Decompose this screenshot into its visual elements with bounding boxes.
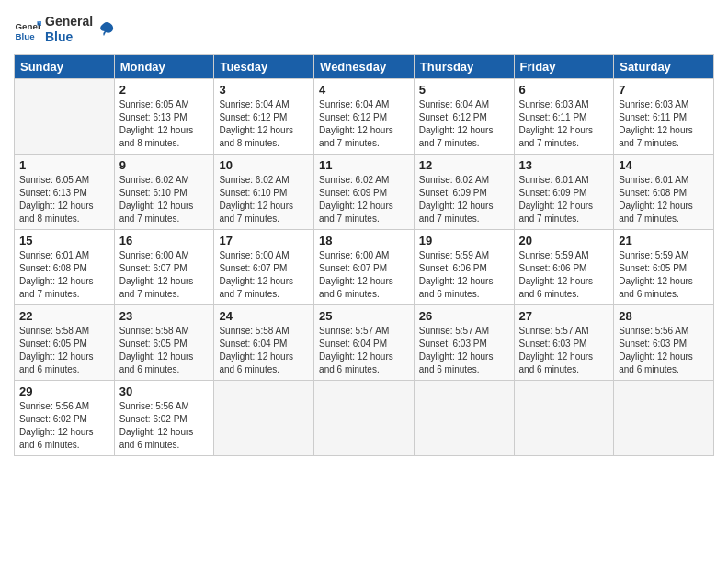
day-info: Sunrise: 5:57 AM Sunset: 6:04 PM Dayligh… (319, 325, 409, 376)
day-info: Sunrise: 5:58 AM Sunset: 6:05 PM Dayligh… (19, 325, 109, 376)
day-info: Sunrise: 6:01 AM Sunset: 6:09 PM Dayligh… (519, 174, 609, 225)
calendar-cell: 11 Sunrise: 6:02 AM Sunset: 6:09 PM Dayl… (314, 154, 415, 229)
calendar-week-0: 2 Sunrise: 6:05 AM Sunset: 6:13 PM Dayli… (15, 78, 714, 154)
day-number: 26 (419, 309, 509, 323)
calendar-cell: 20 Sunrise: 5:59 AM Sunset: 6:06 PM Dayl… (514, 229, 614, 304)
day-info: Sunrise: 6:01 AM Sunset: 6:08 PM Dayligh… (19, 249, 109, 301)
day-number: 7 (619, 83, 709, 97)
day-number: 18 (319, 234, 409, 247)
weekday-tuesday: Tuesday (214, 54, 314, 78)
calendar-cell (514, 380, 614, 455)
calendar-cell: 21 Sunrise: 5:59 AM Sunset: 6:05 PM Dayl… (614, 229, 714, 304)
day-number: 24 (219, 309, 309, 323)
calendar-week-4: 29 Sunrise: 5:56 AM Sunset: 6:02 PM Dayl… (15, 380, 714, 455)
weekday-saturday: Saturday (614, 54, 714, 78)
page-header: General Blue General Blue (14, 14, 714, 45)
day-info: Sunrise: 6:04 AM Sunset: 6:12 PM Dayligh… (319, 98, 409, 150)
day-info: Sunrise: 6:05 AM Sunset: 6:13 PM Dayligh… (119, 98, 210, 150)
day-number: 21 (619, 234, 709, 247)
day-number: 11 (319, 158, 409, 172)
calendar-cell: 12 Sunrise: 6:02 AM Sunset: 6:09 PM Dayl… (414, 154, 514, 229)
day-number: 1 (19, 158, 109, 172)
day-info: Sunrise: 6:03 AM Sunset: 6:11 PM Dayligh… (619, 98, 709, 150)
weekday-header-row: SundayMondayTuesdayWednesdayThursdayFrid… (15, 54, 714, 78)
day-info: Sunrise: 6:02 AM Sunset: 6:09 PM Dayligh… (319, 174, 409, 225)
day-info: Sunrise: 6:02 AM Sunset: 6:09 PM Dayligh… (419, 174, 509, 225)
day-info: Sunrise: 5:59 AM Sunset: 6:06 PM Dayligh… (519, 249, 609, 301)
calendar-cell: 1 Sunrise: 6:05 AM Sunset: 6:13 PM Dayli… (15, 154, 115, 229)
day-info: Sunrise: 6:00 AM Sunset: 6:07 PM Dayligh… (319, 249, 409, 301)
calendar-cell (414, 380, 514, 455)
day-number: 25 (319, 309, 409, 323)
calendar-cell: 5 Sunrise: 6:04 AM Sunset: 6:12 PM Dayli… (414, 78, 514, 154)
calendar-cell: 25 Sunrise: 5:57 AM Sunset: 6:04 PM Dayl… (314, 304, 415, 380)
day-info: Sunrise: 6:04 AM Sunset: 6:12 PM Dayligh… (219, 98, 309, 150)
calendar-cell: 19 Sunrise: 5:59 AM Sunset: 6:06 PM Dayl… (414, 229, 514, 304)
day-info: Sunrise: 5:56 AM Sunset: 6:02 PM Dayligh… (119, 400, 210, 452)
day-number: 28 (619, 309, 709, 323)
day-info: Sunrise: 5:59 AM Sunset: 6:05 PM Dayligh… (619, 249, 709, 301)
calendar-cell: 18 Sunrise: 6:00 AM Sunset: 6:07 PM Dayl… (314, 229, 415, 304)
day-info: Sunrise: 6:02 AM Sunset: 6:10 PM Dayligh… (119, 174, 210, 225)
day-info: Sunrise: 6:00 AM Sunset: 6:07 PM Dayligh… (219, 249, 309, 301)
day-number: 17 (219, 234, 309, 247)
day-number: 29 (19, 385, 109, 398)
calendar-cell: 13 Sunrise: 6:01 AM Sunset: 6:09 PM Dayl… (514, 154, 614, 229)
logo-bird-icon (97, 19, 117, 40)
day-info: Sunrise: 6:03 AM Sunset: 6:11 PM Dayligh… (519, 98, 609, 150)
day-number: 16 (119, 234, 210, 247)
day-info: Sunrise: 6:01 AM Sunset: 6:08 PM Dayligh… (619, 174, 709, 225)
day-number: 12 (419, 158, 509, 172)
calendar-cell: 7 Sunrise: 6:03 AM Sunset: 6:11 PM Dayli… (614, 78, 714, 154)
calendar-table: SundayMondayTuesdayWednesdayThursdayFrid… (14, 54, 714, 456)
calendar-body: 2 Sunrise: 6:05 AM Sunset: 6:13 PM Dayli… (15, 78, 714, 455)
calendar-cell: 9 Sunrise: 6:02 AM Sunset: 6:10 PM Dayli… (114, 154, 214, 229)
logo-general: General (45, 14, 93, 29)
day-number: 4 (319, 83, 409, 97)
calendar-cell: 23 Sunrise: 5:58 AM Sunset: 6:05 PM Dayl… (114, 304, 214, 380)
day-number: 3 (219, 83, 309, 97)
calendar-cell: 14 Sunrise: 6:01 AM Sunset: 6:08 PM Dayl… (614, 154, 714, 229)
day-number: 23 (119, 309, 210, 323)
day-info: Sunrise: 5:58 AM Sunset: 6:05 PM Dayligh… (119, 325, 210, 376)
weekday-monday: Monday (114, 54, 214, 78)
calendar-cell: 28 Sunrise: 5:56 AM Sunset: 6:03 PM Dayl… (614, 304, 714, 380)
calendar-cell: 6 Sunrise: 6:03 AM Sunset: 6:11 PM Dayli… (514, 78, 614, 154)
calendar-cell: 30 Sunrise: 5:56 AM Sunset: 6:02 PM Dayl… (114, 380, 214, 455)
calendar-week-2: 15 Sunrise: 6:01 AM Sunset: 6:08 PM Dayl… (15, 229, 714, 304)
calendar-cell (214, 380, 314, 455)
calendar-cell: 10 Sunrise: 6:02 AM Sunset: 6:10 PM Dayl… (214, 154, 314, 229)
day-info: Sunrise: 6:04 AM Sunset: 6:12 PM Dayligh… (419, 98, 509, 150)
day-number: 14 (619, 158, 709, 172)
day-info: Sunrise: 5:57 AM Sunset: 6:03 PM Dayligh… (419, 325, 509, 376)
logo: General Blue General Blue (14, 14, 117, 45)
day-info: Sunrise: 6:05 AM Sunset: 6:13 PM Dayligh… (19, 174, 109, 225)
calendar-cell: 16 Sunrise: 6:00 AM Sunset: 6:07 PM Dayl… (114, 229, 214, 304)
day-info: Sunrise: 6:00 AM Sunset: 6:07 PM Dayligh… (119, 249, 210, 301)
day-info: Sunrise: 6:02 AM Sunset: 6:10 PM Dayligh… (219, 174, 309, 225)
day-number: 5 (419, 83, 509, 97)
day-number: 2 (119, 83, 210, 97)
calendar-cell: 17 Sunrise: 6:00 AM Sunset: 6:07 PM Dayl… (214, 229, 314, 304)
day-number: 22 (19, 309, 109, 323)
calendar-cell (614, 380, 714, 455)
day-number: 9 (119, 158, 210, 172)
day-number: 20 (519, 234, 609, 247)
calendar-cell: 22 Sunrise: 5:58 AM Sunset: 6:05 PM Dayl… (15, 304, 115, 380)
day-number: 6 (519, 83, 609, 97)
day-number: 10 (219, 158, 309, 172)
calendar-week-3: 22 Sunrise: 5:58 AM Sunset: 6:05 PM Dayl… (15, 304, 714, 380)
weekday-wednesday: Wednesday (314, 54, 415, 78)
weekday-thursday: Thursday (414, 54, 514, 78)
day-info: Sunrise: 5:59 AM Sunset: 6:06 PM Dayligh… (419, 249, 509, 301)
day-info: Sunrise: 5:56 AM Sunset: 6:02 PM Dayligh… (19, 400, 109, 452)
calendar-cell: 24 Sunrise: 5:58 AM Sunset: 6:04 PM Dayl… (214, 304, 314, 380)
day-info: Sunrise: 5:57 AM Sunset: 6:03 PM Dayligh… (519, 325, 609, 376)
calendar-cell: 26 Sunrise: 5:57 AM Sunset: 6:03 PM Dayl… (414, 304, 514, 380)
calendar-cell: 27 Sunrise: 5:57 AM Sunset: 6:03 PM Dayl… (514, 304, 614, 380)
svg-text:Blue: Blue (16, 30, 36, 40)
calendar-cell: 29 Sunrise: 5:56 AM Sunset: 6:02 PM Dayl… (15, 380, 115, 455)
day-number: 15 (19, 234, 109, 247)
day-info: Sunrise: 5:58 AM Sunset: 6:04 PM Dayligh… (219, 325, 309, 376)
weekday-friday: Friday (514, 54, 614, 78)
